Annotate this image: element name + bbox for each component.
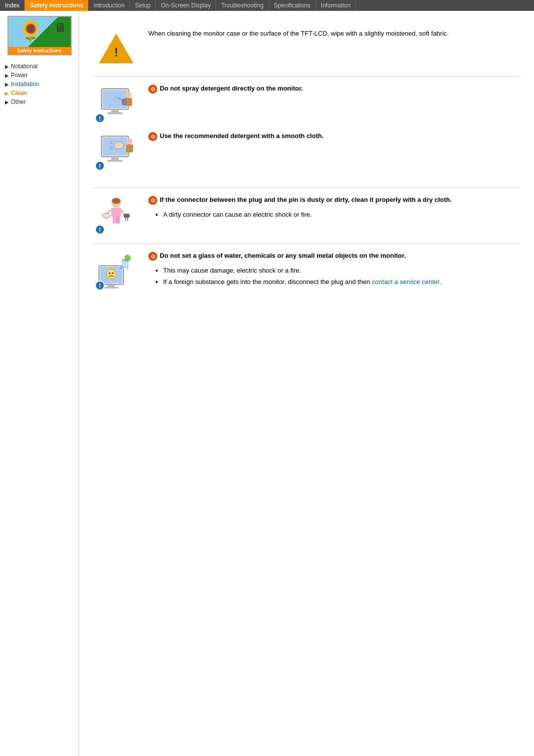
svg-point-33 [106,269,116,279]
svg-rect-27 [124,214,130,218]
caution-badge-cloth: ! [95,161,105,171]
sidebar-item-installation[interactable]: ▶ Installation [5,80,74,89]
arrow-icon: ▶ [5,99,9,105]
caution-badge-connector: ! [95,225,105,235]
sidebar-image-label: Safety Instructions [8,47,71,54]
no-glass-text: ⊙ Do not set a glass of water, chemicals… [148,252,519,288]
connector-bullets: A dirty connector can cause an electric … [148,210,519,220]
caution-circle-icon: ⊙ [148,85,157,94]
no-glass-bullet-2: If a foreign substance gets into the mon… [163,277,519,287]
svg-rect-42 [125,256,130,261]
caution-circle-icon-3: ⊙ [148,196,157,205]
svg-rect-22 [111,208,121,217]
caution-badge-spray: ! [95,113,105,123]
no-spray-instruction-text: Do not spray detergent directly on the m… [160,85,303,92]
sidebar-hero-image: Safety Instructions [7,16,72,55]
no-spray-instruction: ⊙ Do not spray detergent directly on the… [148,85,519,94]
service-center-link[interactable]: contact a service center [372,278,440,285]
svg-rect-14 [107,160,123,162]
no-glass-bullet-1: This may cause damage, electric shock or… [163,266,519,276]
connector-bullet-1: A dirty connector can cause an electric … [163,210,519,220]
no-glass-instruction-text: Do not set a glass of water, chemicals o… [160,252,406,259]
svg-point-34 [109,273,111,274]
smooth-cloth-instruction-text: Use the recommended detergent with a smo… [160,132,324,140]
section-intro: ! When cleaning the monitor case or the … [94,21,519,77]
main-content: ! When cleaning the monitor case or the … [79,11,534,756]
svg-rect-6 [122,99,126,105]
svg-point-21 [112,198,121,204]
sidebar-link-notational[interactable]: Notational [11,63,38,70]
warning-triangle-icon: ! [99,31,134,66]
sidebar-nav: ▶ Notational ▶ Power ▶ Installation ▶ Cl… [0,59,79,109]
nav-introduction[interactable]: Introduction [89,0,130,11]
smooth-cloth-image: ! [94,132,138,172]
sidebar-link-other[interactable]: Other [11,98,26,105]
warning-image: ! [94,29,138,68]
no-spray-image: ! [94,85,138,124]
svg-rect-26 [116,216,120,224]
intro-paragraph: When cleaning the monitor case or the su… [148,29,519,39]
section-no-glass: ! ⊙ Do not set a glass of water, chemica… [94,244,519,299]
svg-point-40 [120,266,122,269]
nav-specifications[interactable]: Specifications [269,0,316,11]
smooth-cloth-row: ! ⊙ Use the recommended detergent with a… [94,132,519,172]
svg-point-4 [126,92,132,98]
arrow-icon: ▶ [5,73,9,78]
svg-point-41 [127,267,129,270]
svg-point-19 [110,147,113,150]
nav-information[interactable]: Information [316,0,356,11]
section-connector: ! ⊙ If the connector between the plug an… [94,188,519,244]
nav-osd[interactable]: On-Screen Display [156,0,216,11]
sidebar-item-clean[interactable]: ▶ Clean [5,89,74,97]
section-spray-cloth: ! ⊙ Do not spray detergent directly on t… [94,77,519,188]
sidebar-item-power[interactable]: ▶ Power [5,71,74,80]
arrow-icon: ▶ [5,91,9,96]
svg-rect-16 [126,144,133,152]
nav-troubleshooting[interactable]: Troubleshooting [216,0,269,11]
caution-circle-icon-4: ⊙ [148,252,157,261]
no-spray-row: ! ⊙ Do not spray detergent directly on t… [94,85,519,124]
intro-text-block: When cleaning the monitor case or the su… [148,29,519,43]
sidebar-item-other[interactable]: ▶ Other [5,97,74,106]
sidebar: Safety Instructions ▶ Notational ▶ Power… [0,11,79,756]
sidebar-link-installation[interactable]: Installation [11,81,39,88]
nav-setup[interactable]: Setup [130,0,156,11]
arrow-icon: ▶ [5,82,9,87]
no-spray-text: ⊙ Do not spray detergent directly on the… [148,85,519,98]
caution-circle-icon-2: ⊙ [148,132,157,141]
svg-point-18 [110,141,113,144]
svg-point-30 [102,213,110,218]
svg-rect-2 [111,109,119,112]
connector-instruction-text: If the connector between the plug and th… [160,196,452,203]
nav-safety[interactable]: Safety Instructions [25,0,89,11]
arrow-icon: ▶ [5,64,9,69]
nav-bar: Index Safety Instructions Introduction S… [0,0,534,11]
no-glass-instruction: ⊙ Do not set a glass of water, chemicals… [148,252,519,261]
svg-rect-3 [107,112,123,114]
connector-text: ⊙ If the connector between the plug and … [148,196,519,221]
sidebar-item-notational[interactable]: ▶ Notational [5,62,74,71]
caution-badge-glass: ! [95,281,105,290]
smooth-cloth-text: ⊙ Use the recommended detergent with a s… [148,132,519,146]
svg-rect-25 [113,216,116,224]
sidebar-link-clean[interactable]: Clean [11,90,27,96]
svg-rect-36 [107,284,115,287]
svg-point-15 [127,139,133,144]
connector-image: ! [94,196,138,236]
nav-index[interactable]: Index [0,0,25,11]
sidebar-link-power[interactable]: Power [11,72,28,79]
no-glass-image: ! [94,252,138,291]
svg-point-35 [112,273,114,274]
connector-instruction: ⊙ If the connector between the plug and … [148,196,519,205]
svg-rect-37 [103,287,119,288]
exclamation-icon: ! [114,46,118,59]
no-glass-bullets: This may cause damage, electric shock or… [148,266,519,286]
smooth-cloth-instruction: ⊙ Use the recommended detergent with a s… [148,132,519,141]
svg-rect-13 [111,157,119,160]
